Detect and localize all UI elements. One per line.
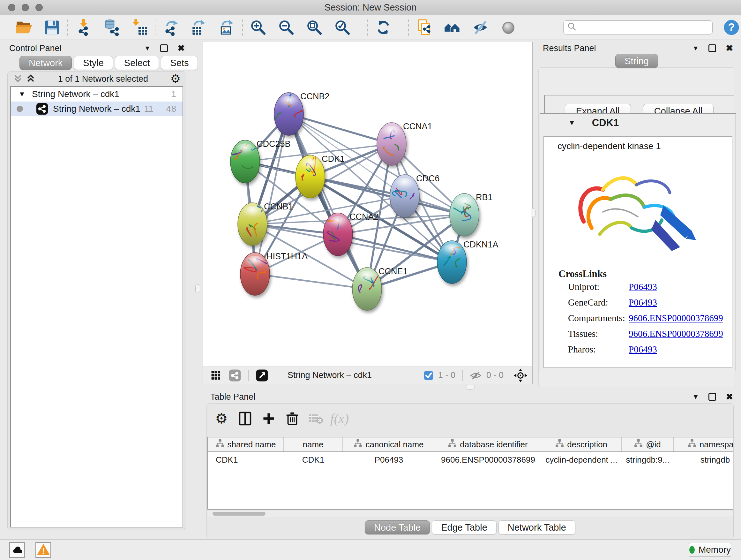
control-panel-float-icon[interactable] [160,44,168,52]
gene-collapse-icon[interactable]: ▼ [568,119,576,127]
zoom-in-icon[interactable] [244,18,272,37]
node-HIST1H1A[interactable] [240,253,270,295]
bottom-splitter-handle[interactable] [466,385,475,389]
node-CCNA1[interactable] [377,123,406,165]
tab-network[interactable]: Network [19,56,72,70]
split-columns-icon[interactable] [236,410,254,428]
results-panel-menu-icon[interactable]: ▼ [692,44,699,52]
selected-count-checkbox[interactable] [423,370,434,381]
node-CDKN1A[interactable] [437,241,467,284]
search-input[interactable] [578,22,709,33]
crosslink-pharos-link[interactable]: P06493 [629,344,657,355]
table-panel-float-icon[interactable] [709,393,716,401]
crosslink-uniprot-link[interactable]: P06493 [629,282,657,292]
tab-string[interactable]: String [615,54,658,68]
edge-CCNB2-CCNE1[interactable] [289,114,367,289]
network-canvas[interactable]: CCNB2CCNA1CDC25BCDK1CDC6RB1CCNB1CCNA2CDK… [203,42,532,367]
tab-select[interactable]: Select [115,56,159,70]
crosslink-compartments-link[interactable]: 9606.ENSP00000378699 [629,313,723,323]
tab-node-table[interactable]: Node Table [365,520,430,535]
table-cell[interactable]: P06493 [343,452,435,468]
tab-network-table[interactable]: Network Table [498,520,576,535]
zoom-fit-icon[interactable] [300,18,328,37]
clone-network-icon[interactable] [410,18,438,37]
table-panel-menu-icon[interactable]: ▼ [692,393,699,401]
table-row[interactable]: CDK1CDK1P064939606.ENSP00000378699cyclin… [208,452,733,468]
left-splitter-handle[interactable] [195,284,200,293]
results-panel-close-icon[interactable]: ✖ [726,43,733,53]
network-collection-row[interactable]: ▼ String Network – cdk1 1 [11,87,183,102]
gene-section-header[interactable]: ▼ CDK1 [540,114,736,132]
add-column-icon[interactable] [260,410,278,428]
edge-CCNB2-CCNA1[interactable] [289,114,392,144]
birdseye-view-icon[interactable] [256,369,268,382]
node-RB1[interactable] [450,193,479,236]
edge-HIST1H1A-CCNE1[interactable] [255,274,367,289]
crosslink-genecard-link[interactable]: P06493 [629,297,657,308]
tree-expander-icon[interactable]: ▼ [18,90,27,98]
refresh-icon[interactable] [369,18,397,37]
tab-edge-table[interactable]: Edge Table [432,520,496,535]
right-splitter-handle[interactable] [531,208,536,217]
table-cell[interactable]: stringdb:9... [622,452,674,468]
tab-sets[interactable]: Sets [161,56,198,70]
inspect-icon[interactable] [494,18,522,37]
table-horizontal-scrollbar[interactable] [207,511,733,516]
zoom-selected-icon[interactable] [328,18,356,37]
import-network-icon[interactable] [69,18,97,37]
column-header-database-identifier[interactable]: database identifier [435,437,541,451]
import-table-icon[interactable] [125,18,153,37]
delete-table-icon[interactable] [307,410,325,428]
export-image-icon[interactable] [213,18,241,37]
table-cell[interactable]: CDK1 [284,452,343,468]
string-home-icon[interactable] [438,18,466,37]
open-session-icon[interactable] [10,18,38,37]
column-header--id[interactable]: @id [622,437,674,451]
export-network-icon[interactable] [157,18,185,37]
memory-button[interactable]: Memory [689,543,731,557]
table-cell[interactable]: 9606.ENSP00000378699 [435,452,541,468]
zoom-out-icon[interactable] [272,18,300,37]
function-builder-icon[interactable]: f(x) [331,410,348,428]
column-header-namespace[interactable]: namespace [674,437,733,451]
column-header-shared-name[interactable]: shared name [208,437,284,451]
collapse-all-icon[interactable] [13,73,23,84]
import-database-icon[interactable] [97,18,125,37]
edge-CCNB2-HIST1H1A[interactable] [255,114,289,274]
cloud-status-icon[interactable] [9,542,25,558]
save-session-icon[interactable] [38,18,66,37]
tab-style[interactable]: Style [74,56,113,70]
node-CCNE1[interactable] [352,267,382,310]
column-header-description[interactable]: description [541,437,622,451]
column-header-canonical-name[interactable]: canonical name [343,437,435,451]
window-zoom-icon[interactable] [36,4,43,11]
window-minimize-icon[interactable] [22,4,29,11]
export-table-icon[interactable] [185,18,213,37]
results-panel-float-icon[interactable] [709,44,716,52]
network-view-mode-icon[interactable] [228,369,241,382]
node-CDK1[interactable] [295,155,325,198]
window-close-icon[interactable] [8,4,15,11]
node-CCNA2[interactable] [323,213,353,256]
control-panel-menu-icon[interactable]: ▼ [144,44,151,52]
grid-view-icon[interactable] [210,369,222,381]
navigator-icon[interactable] [513,368,528,383]
delete-column-icon[interactable] [283,410,301,428]
scrollbar-thumb[interactable] [212,512,266,516]
network-options-gear-icon[interactable]: ⚙ [171,73,181,84]
expand-all-icon[interactable] [25,73,36,84]
column-header-name[interactable]: name [284,437,343,451]
table-panel-close-icon[interactable]: ✖ [726,392,733,402]
table-cell[interactable]: cyclin-dependent ... [541,452,622,468]
warning-status-icon[interactable] [36,542,51,558]
network-row[interactable]: String Network – cdk1 11 48 [11,102,183,116]
node-CDC6[interactable] [390,175,419,217]
search-box[interactable] [563,20,713,35]
table-cell[interactable]: CDK1 [208,452,284,468]
help-icon[interactable]: ? [722,18,741,37]
crosslink-tissues-link[interactable]: 9606.ENSP00000378699 [629,328,723,339]
control-panel-close-icon[interactable]: ✖ [178,43,185,53]
node-CCNB1[interactable] [238,203,267,246]
table-cell[interactable]: stringdb [674,452,733,468]
hide-unhide-icon[interactable] [466,18,494,37]
